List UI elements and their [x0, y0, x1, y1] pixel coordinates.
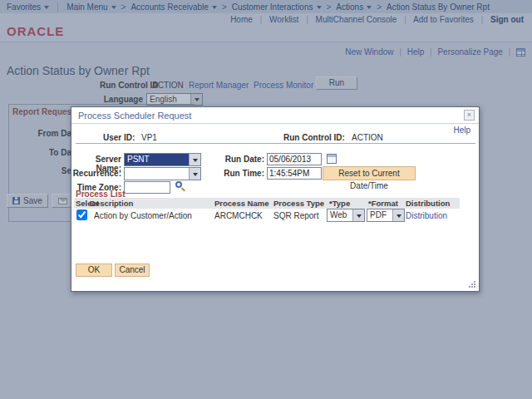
run-date-label: Run Date: [196, 155, 264, 164]
chevron-down-icon [352, 209, 364, 221]
recurrence-select-value [125, 168, 189, 180]
run-time-input[interactable] [267, 167, 322, 180]
ok-button[interactable]: OK [76, 264, 112, 277]
col-format: *Format [368, 199, 398, 208]
run-date-input[interactable] [267, 153, 322, 165]
dialog-run-control-label: Run Control ID: [283, 133, 345, 142]
dialog-divider [76, 143, 475, 144]
col-process-type: Process Type [273, 199, 324, 208]
run-time-label: Run Time: [196, 169, 264, 178]
cancel-button[interactable]: Cancel [115, 264, 150, 277]
dialog-title: Process Scheduler Request [78, 111, 191, 121]
close-icon[interactable]: × [464, 110, 475, 121]
select-checkbox[interactable] [76, 209, 87, 220]
col-description: Description [90, 199, 133, 208]
lookup-magnifier-icon[interactable] [175, 181, 182, 188]
col-distribution: Distribution [406, 199, 450, 208]
dialog-run-control-value: ACTION [352, 133, 383, 142]
distribution-link[interactable]: Distribution [406, 211, 447, 220]
dialog-title-divider [71, 123, 479, 124]
time-zone-input[interactable] [124, 181, 170, 194]
user-id-label: User ID: [103, 133, 135, 142]
row-process-name: ARCMCHCK [214, 211, 263, 220]
process-scheduler-request-dialog: Process Scheduler Request × Help User ID… [71, 106, 480, 292]
peoplesoft-screen: Favorites Main Menu Accounts Receivable … [0, 0, 532, 399]
col-type: *Type [329, 199, 350, 208]
type-select-value: Web [328, 209, 352, 221]
row-description: Action by Customer/Action [94, 211, 192, 220]
col-process-name: Process Name [214, 199, 268, 208]
process-list-header-row: Select Description Process Name Process … [74, 198, 460, 209]
chevron-down-icon [392, 209, 404, 221]
calendar-icon[interactable] [327, 154, 337, 164]
user-id-value: VP1 [141, 133, 157, 142]
reset-datetime-button[interactable]: Reset to Current Date/Time [323, 166, 416, 180]
type-select[interactable]: Web [327, 209, 365, 222]
row-process-type: SQR Report [273, 211, 318, 220]
recurrence-select[interactable] [124, 167, 201, 180]
resize-grip[interactable] [474, 286, 475, 288]
server-name-select-value: PSNT [125, 154, 189, 165]
format-select-value: PDF [367, 209, 392, 221]
server-name-select[interactable]: PSNT [124, 153, 201, 166]
recurrence-label: Recurrence: [71, 169, 121, 178]
dialog-help-link[interactable]: Help [453, 126, 470, 135]
format-select[interactable]: PDF [367, 209, 405, 222]
